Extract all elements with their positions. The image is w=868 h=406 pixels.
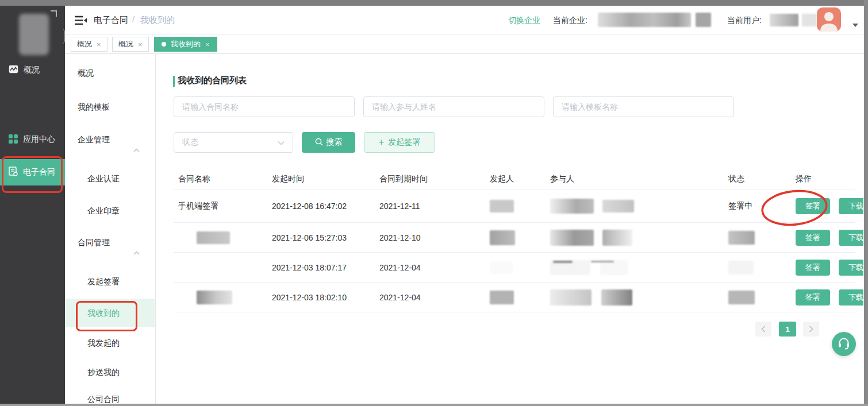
sidebar-item-overview[interactable]: 概况 [0, 57, 65, 83]
cell-status: 签署中 [728, 201, 752, 211]
download-button[interactable]: 下载 [839, 198, 863, 214]
sign-button[interactable]: 签署 [796, 230, 830, 246]
window-bottom-edge [0, 404, 868, 406]
switch-company-link[interactable]: 切换企业 [508, 16, 540, 26]
menu-item-cc-to-me[interactable]: 抄送我的 [65, 361, 155, 384]
redacted-participant [602, 230, 632, 246]
redacted-status [728, 261, 754, 274]
col-header-start-time: 发起时间 [272, 174, 304, 184]
redacted-company-name [598, 13, 691, 27]
menu-item-enterprise-seal[interactable]: 企业印章 [65, 199, 155, 222]
menu-item-enterprise-auth[interactable]: 企业认证 [65, 167, 155, 190]
create-sign-button[interactable]: + 发起签署 [364, 132, 435, 153]
close-icon[interactable]: × [138, 41, 143, 48]
pagination-page-1[interactable]: 1 [779, 322, 796, 337]
table-row: 2021-12-03 18:02:10 2021-12-04 签署 下载 [174, 283, 855, 312]
menu-item-initiated-by-me[interactable]: 我发起的 [65, 331, 155, 354]
redacted-user-name [802, 14, 817, 26]
redacted-participant [601, 289, 632, 306]
redacted-user-name [770, 14, 798, 26]
download-button[interactable]: 下载 [839, 230, 863, 246]
tab-label: 概况 [118, 39, 133, 49]
primary-sidebar: 概况 应用中心 电子合同 [0, 6, 65, 406]
cell-expire-time: 2021-12-04 [379, 263, 421, 272]
user-menu-caret-icon[interactable] [852, 24, 858, 27]
redacted-initiator [490, 200, 514, 212]
cell-start-time: 2021-12-03 18:07:17 [272, 263, 347, 272]
current-user-label: 当前用户: [727, 16, 762, 26]
redacted-tiny-text [591, 261, 614, 262]
tab-overview-2[interactable]: 概况 × [112, 37, 149, 52]
cell-expire-time: 2021-12-04 [379, 293, 421, 302]
template-name-input[interactable] [553, 96, 734, 117]
download-button[interactable]: 下载 [839, 289, 863, 306]
line-chart-icon [9, 65, 18, 75]
sign-button[interactable]: 签署 [796, 260, 830, 276]
cell-expire-time: 2021-12-10 [379, 233, 421, 242]
close-icon[interactable]: × [205, 41, 210, 48]
status-select-placeholder: 状态 [182, 137, 198, 148]
col-header-actions: 操作 [796, 174, 812, 184]
active-dot-icon [162, 42, 166, 47]
redacted-company-name [696, 13, 711, 27]
breadcrumb-section[interactable]: 电子合同 [94, 15, 128, 26]
menu-item-company-contracts[interactable]: 公司合同 [65, 388, 155, 404]
col-header-status: 状态 [728, 174, 744, 184]
redacted-status [728, 231, 755, 245]
app-window: 概况 应用中心 电子合同 电子合同 / 我收到的 切换企业 当前企业: 当前用户… [0, 0, 868, 406]
pagination-prev-button[interactable] [755, 322, 771, 337]
main-content: 我收到的合同列表 状态 搜索 + 发起签署 合同名称 发起时间 合同到期时间 发… [155, 53, 863, 404]
menu-item-initiate-sign[interactable]: 发起签署 [65, 270, 155, 293]
cell-expire-time: 2021-12-11 [379, 202, 420, 211]
menu-item-enterprise-management[interactable]: 企业管理 [65, 128, 155, 151]
window-top-edge [0, 0, 868, 6]
menu-item-my-templates[interactable]: 我的模板 [65, 95, 155, 118]
sign-button[interactable]: 签署 [796, 198, 830, 214]
user-avatar[interactable] [817, 7, 841, 32]
pagination-next-button[interactable] [803, 322, 819, 337]
table-row: 2021-12-03 18:07:17 2021-12-04 签署 下载 [174, 253, 855, 283]
menu-item-received[interactable]: 我收到的 [65, 299, 155, 327]
window-right-edge [864, 0, 868, 406]
sidebar-item-label: 应用中心 [23, 134, 55, 145]
col-header-contract-name: 合同名称 [178, 174, 210, 184]
cell-start-time: 2021-12-08 16:47:02 [272, 202, 347, 211]
contract-name-input[interactable] [174, 96, 355, 117]
contract-document-icon [9, 167, 18, 178]
tab-label: 概况 [77, 39, 92, 49]
sidebar-item-app-center[interactable]: 应用中心 [0, 126, 65, 153]
top-header: 电子合同 / 我收到的 切换企业 当前企业: 当前用户: [65, 6, 868, 35]
participant-name-input[interactable] [363, 96, 544, 117]
table-header-row: 合同名称 发起时间 合同到期时间 发起人 参与人 状态 操作 [174, 168, 855, 190]
tab-label: 我收到的 [171, 39, 201, 49]
menu-item-overview[interactable]: 概况 [65, 61, 155, 84]
create-button-label: 发起签署 [388, 137, 420, 148]
collapse-menu-icon[interactable] [75, 16, 87, 27]
breadcrumb-separator: / [132, 15, 135, 24]
logo-decoration [51, 10, 57, 17]
redacted-initiator [490, 230, 515, 245]
tab-received[interactable]: 我收到的 × [154, 37, 217, 52]
redacted-contract-name [197, 231, 230, 244]
table-row: 2021-12-06 15:27:03 2021-12-10 签署 下载 [174, 223, 855, 253]
chevron-up-icon [133, 138, 140, 161]
sidebar-item-e-contract[interactable]: 电子合同 [0, 159, 65, 185]
redacted-initiator [490, 291, 514, 304]
search-button[interactable]: 搜索 [302, 132, 355, 153]
menu-item-label: 合同管理 [78, 238, 110, 247]
page-title: 我收到的合同列表 [178, 75, 247, 86]
redacted-participant [602, 200, 634, 212]
sign-button[interactable]: 签署 [796, 289, 830, 306]
menu-item-contract-management[interactable]: 合同管理 [65, 231, 155, 254]
cell-start-time: 2021-12-03 18:02:10 [272, 293, 347, 302]
status-select[interactable]: 状态 [174, 132, 293, 153]
table-row: 手机端签署 2021-12-08 16:47:02 2021-12-11 签署中… [174, 190, 855, 223]
secondary-sidebar: 概况 我的模板 企业管理 企业认证 企业印章 合同管理 发起签署 我收到的 我发… [65, 53, 156, 404]
tab-overview[interactable]: 概况 × [71, 37, 107, 52]
app-logo [19, 14, 49, 55]
redacted-tiny-text [553, 261, 573, 263]
close-icon[interactable]: × [97, 41, 101, 48]
search-button-label: 搜索 [327, 137, 343, 148]
download-button[interactable]: 下载 [839, 260, 863, 276]
customer-service-button[interactable] [832, 332, 856, 356]
